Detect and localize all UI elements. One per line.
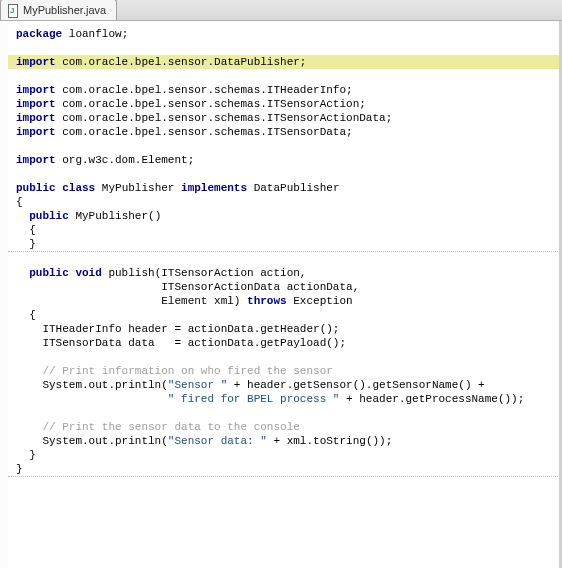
code-line: " fired for BPEL process " + header.getP… [8, 392, 562, 406]
string-literal: "Sensor data: " [168, 435, 267, 447]
code-line-blank [8, 406, 562, 420]
ctor: MyPublisher() [75, 210, 161, 222]
code-line-blank [8, 139, 562, 153]
code-line: import org.w3c.dom.Element; [8, 153, 562, 167]
code-line-blank [8, 167, 562, 181]
code-line: import com.oracle.bpel.sensor.schemas.IT… [8, 111, 562, 125]
code-line: System.out.println("Sensor " + header.ge… [8, 378, 562, 392]
iface-name: DataPublisher [254, 182, 340, 194]
code-line: package loanflow; [8, 27, 562, 41]
code-line-blank [8, 41, 562, 55]
comment: // Print the sensor data to the console [16, 421, 300, 433]
method-sig: publish(ITSensorAction action, [108, 267, 306, 279]
comment: // Print information on who fired the se… [16, 365, 333, 377]
tab-filename: MyPublisher.java [23, 4, 106, 16]
code-line-highlighted: import com.oracle.bpel.sensor.DataPublis… [8, 55, 562, 69]
string-literal: " fired for BPEL process " [168, 393, 340, 405]
code-line: { [8, 195, 562, 209]
code-line-blank [8, 350, 562, 364]
class-name: MyPublisher [102, 182, 181, 194]
editor-tab[interactable]: MyPublisher.java [0, 0, 117, 20]
method-separator [8, 251, 562, 266]
code-line: // Print information on who fired the se… [8, 364, 562, 378]
method-separator [8, 476, 562, 491]
code-line: System.out.println("Sensor data: " + xml… [8, 434, 562, 448]
code-line: ITSensorActionData actionData, [8, 280, 562, 294]
code-line: import com.oracle.bpel.sensor.schemas.IT… [8, 125, 562, 139]
code-line: } [8, 237, 562, 251]
string-literal: "Sensor " [168, 379, 227, 391]
code-line: public class MyPublisher implements Data… [8, 181, 562, 195]
code-line: import com.oracle.bpel.sensor.schemas.IT… [8, 83, 562, 97]
code-line-blank [8, 69, 562, 83]
code-line: ITSensorData data = actionData.getPayloa… [8, 336, 562, 350]
tab-bar: MyPublisher.java [0, 0, 562, 21]
code-line: ITHeaderInfo header = actionData.getHead… [8, 322, 562, 336]
code-line: } [8, 462, 562, 476]
code-line: Element xml) throws Exception [8, 294, 562, 308]
code-editor[interactable]: package loanflow; import com.oracle.bpel… [0, 21, 562, 568]
code-line: { [8, 223, 562, 237]
code-line: public MyPublisher() [8, 209, 562, 223]
code-line: import com.oracle.bpel.sensor.schemas.IT… [8, 97, 562, 111]
code-line: // Print the sensor data to the console [8, 420, 562, 434]
code-line: } [8, 448, 562, 462]
code-line: public void publish(ITSensorAction actio… [8, 266, 562, 280]
code-line: { [8, 308, 562, 322]
java-file-icon [5, 3, 19, 17]
